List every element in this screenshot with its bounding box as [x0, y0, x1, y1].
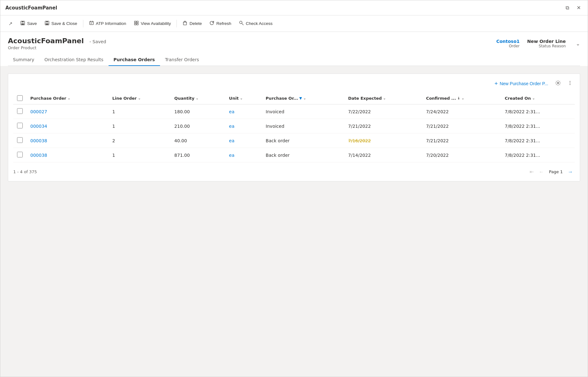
toolbar-separator-2	[176, 20, 177, 27]
save-close-label: Save & Close	[51, 21, 77, 26]
unit-link[interactable]: ea	[229, 124, 235, 129]
cell-purchase-order: 000038	[27, 148, 109, 162]
svg-rect-1	[22, 21, 24, 22]
cell-quantity: 40.00	[170, 133, 225, 148]
cell-purchase-order: 000034	[27, 119, 109, 133]
chevron-down-icon[interactable]: ⌄	[576, 41, 580, 47]
pagination-range: 1 - 4 of 375	[13, 169, 37, 174]
svg-rect-15	[183, 22, 187, 25]
delete-button[interactable]: Delete	[179, 19, 205, 28]
purchase-order-link[interactable]: 000038	[30, 138, 47, 143]
refresh-button[interactable]: Refresh	[206, 19, 234, 28]
refresh-icon	[209, 21, 214, 27]
select-all-col	[13, 92, 27, 104]
line-order-sort-icon: ⌄	[138, 96, 141, 100]
col-line-order-label: Line Order	[112, 96, 137, 101]
new-purchase-order-button[interactable]: + New Purchase Order P...	[492, 79, 551, 88]
table-row: 000038240.00eaBack order7/16/20227/21/20…	[13, 133, 575, 148]
cell-unit: ea	[225, 148, 262, 162]
atp-info-icon	[89, 21, 94, 27]
table-row: 0000381871.00eaBack order7/14/20227/20/2…	[13, 148, 575, 162]
col-line-order[interactable]: Line Order ⌄	[109, 92, 171, 104]
col-confirmed[interactable]: Confirmed ... ↓ ⌄	[422, 92, 501, 104]
cell-date-expected: 7/14/2022	[344, 148, 422, 162]
svg-rect-4	[46, 21, 48, 22]
save-close-icon	[45, 21, 50, 27]
col-created-on[interactable]: Created On ⌄	[501, 92, 575, 104]
cell-unit: ea	[225, 119, 262, 133]
record-name-group: AcousticFoamPanel - Saved Order Product	[8, 37, 106, 50]
row-checkbox[interactable]	[17, 108, 23, 114]
cell-po-status: Back order	[262, 148, 344, 162]
select-all-checkbox[interactable]	[17, 95, 23, 101]
col-confirmed-label: Confirmed ...	[426, 96, 456, 101]
svg-line-21	[242, 23, 243, 25]
view-availability-button[interactable]: View Availability	[131, 19, 174, 28]
window-controls: ⧉ ✕	[564, 4, 583, 11]
record-saved-status: - Saved	[90, 39, 106, 44]
col-date-expected[interactable]: Date Expected ⌄	[344, 92, 422, 104]
save-button[interactable]: Save	[17, 19, 40, 28]
created-on-sort-icon: ⌄	[532, 96, 535, 100]
col-quantity[interactable]: Quantity ⌄	[170, 92, 225, 104]
purchase-order-link[interactable]: 000034	[30, 124, 47, 129]
row-checkbox[interactable]	[17, 123, 23, 128]
unit-link[interactable]: ea	[229, 153, 235, 158]
delete-icon	[182, 21, 187, 27]
col-quantity-label: Quantity	[174, 96, 194, 101]
unit-link[interactable]: ea	[229, 109, 235, 114]
row-checkbox[interactable]	[17, 152, 23, 157]
svg-rect-9	[90, 21, 91, 22]
purchase-order-link[interactable]: 000038	[30, 153, 47, 158]
cell-confirmed: 7/24/2022	[422, 104, 501, 119]
main-content: + New Purchase Order P...	[0, 66, 588, 377]
check-access-icon	[239, 21, 244, 27]
tab-summary[interactable]: Summary	[8, 54, 39, 66]
svg-point-24	[570, 83, 571, 84]
col-purchase-order-status[interactable]: Purchase Or... ▼ ⌄	[262, 92, 344, 104]
svg-point-22	[557, 82, 559, 84]
check-access-button[interactable]: Check Access	[236, 19, 276, 28]
svg-rect-11	[134, 21, 136, 23]
toolbar: ↗ Save Save & Close ATP Information Vie	[0, 15, 588, 32]
unit-link[interactable]: ea	[229, 138, 235, 143]
grid-settings-button[interactable]	[553, 79, 563, 88]
status-reason-label: Status Reason	[539, 44, 566, 48]
restore-button[interactable]: ⧉	[564, 4, 571, 11]
date-strikethrough: 7/16/2022	[348, 138, 371, 143]
plus-icon: +	[495, 80, 498, 87]
window-title: AcousticFoamPanel	[5, 5, 57, 11]
row-checkbox-cell	[13, 104, 27, 119]
grid-more-button[interactable]	[565, 79, 575, 88]
page-label: Page 1	[549, 169, 563, 174]
table-row: 0000341210.00eaInvoiced7/21/20227/21/202…	[13, 119, 575, 133]
record-meta: Contoso1 Order New Order Line Status Rea…	[496, 39, 580, 48]
prev-page-button[interactable]: ←	[537, 168, 546, 176]
col-purchase-order[interactable]: Purchase Order ⌄	[27, 92, 109, 104]
tab-transfer-orders[interactable]: Transfer Orders	[160, 54, 204, 66]
row-checkbox[interactable]	[17, 137, 23, 143]
tab-orchestration[interactable]: Orchestration Step Results	[39, 54, 109, 66]
save-close-button[interactable]: Save & Close	[41, 19, 80, 28]
cell-line-order: 1	[109, 148, 171, 162]
order-link[interactable]: Contoso1	[496, 39, 520, 44]
toolbar-separator	[83, 20, 83, 27]
atp-info-button[interactable]: ATP Information	[86, 19, 129, 28]
col-unit[interactable]: Unit ⌄	[225, 92, 262, 104]
cell-quantity: 180.00	[170, 104, 225, 119]
open-external-button[interactable]: ↗	[5, 19, 16, 28]
next-page-button[interactable]: →	[566, 168, 575, 176]
purchase-order-link[interactable]: 000027	[30, 109, 47, 114]
cell-confirmed: 7/20/2022	[422, 148, 501, 162]
pagination-nav: ⇤ ← Page 1 →	[528, 168, 575, 176]
close-button[interactable]: ✕	[575, 4, 583, 11]
po-status-sort-icon: ⌄	[303, 96, 306, 100]
row-checkbox-cell	[13, 119, 27, 133]
cell-created-on: 7/8/2022 2:31...	[501, 148, 575, 162]
cell-confirmed: 7/21/2022	[422, 119, 501, 133]
refresh-label: Refresh	[216, 21, 231, 26]
first-page-button[interactable]: ⇤	[528, 168, 536, 176]
record-name: AcousticFoamPanel	[8, 37, 84, 45]
tab-purchase-orders[interactable]: Purchase Orders	[109, 54, 160, 66]
svg-rect-10	[92, 21, 93, 22]
